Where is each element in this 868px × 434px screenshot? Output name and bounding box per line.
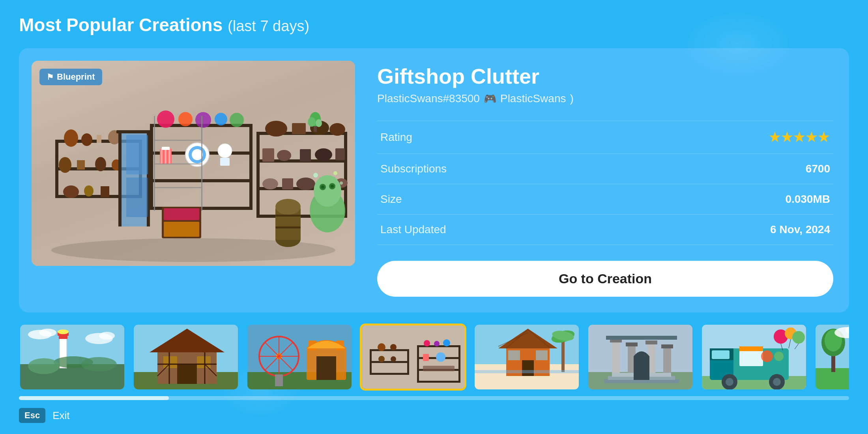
preview-area: ⚑ Blueprint xyxy=(32,61,355,266)
svg-point-188 xyxy=(774,352,784,361)
svg-rect-20 xyxy=(116,130,152,133)
svg-rect-172 xyxy=(645,340,657,344)
svg-rect-38 xyxy=(168,148,170,164)
blueprint-icon: ⚑ xyxy=(47,72,54,82)
thumbnail-2[interactable] xyxy=(133,324,239,391)
svg-point-32 xyxy=(215,113,227,125)
svg-rect-108 xyxy=(163,356,177,368)
svg-rect-36 xyxy=(161,148,163,164)
thumbnail-7[interactable] xyxy=(701,324,807,391)
title-subtitle: (last 7 days) xyxy=(228,18,309,34)
thumbnail-5[interactable] xyxy=(473,324,580,391)
svg-rect-158 xyxy=(508,350,520,360)
size-label: Size xyxy=(377,184,614,215)
svg-rect-132 xyxy=(370,349,372,375)
svg-point-14 xyxy=(63,185,79,198)
thumbnail-1[interactable] xyxy=(19,324,125,391)
scrollbar-track[interactable] xyxy=(19,396,849,400)
svg-point-31 xyxy=(195,112,211,128)
thumbnail-strip xyxy=(19,324,849,391)
svg-rect-173 xyxy=(661,344,673,348)
creation-title: Giftshop Clutter xyxy=(377,64,833,88)
svg-point-6 xyxy=(64,129,78,147)
svg-point-98 xyxy=(81,357,117,371)
thumbnail-section xyxy=(19,324,849,400)
svg-point-89 xyxy=(316,119,322,127)
subscriptions-row: Subscriptions 6700 xyxy=(377,154,833,184)
svg-point-192 xyxy=(773,378,781,386)
svg-point-74 xyxy=(275,199,301,215)
thumbnail-3[interactable] xyxy=(246,324,353,391)
svg-rect-147 xyxy=(423,354,429,361)
subscriptions-label: Subscriptions xyxy=(377,154,614,184)
svg-point-148 xyxy=(436,352,445,362)
blueprint-badge: ⚑ Blueprint xyxy=(39,69,102,85)
svg-point-145 xyxy=(434,341,440,346)
svg-rect-27 xyxy=(150,124,153,210)
svg-rect-138 xyxy=(417,345,419,383)
svg-rect-184 xyxy=(712,350,730,359)
footer: Esc Exit xyxy=(19,408,849,423)
rating-label: Rating xyxy=(377,121,614,154)
svg-point-141 xyxy=(390,344,397,350)
svg-point-84 xyxy=(333,171,337,175)
svg-rect-8 xyxy=(97,135,101,143)
svg-point-144 xyxy=(424,340,430,346)
svg-rect-107 xyxy=(177,364,197,384)
svg-point-15 xyxy=(84,185,94,196)
svg-rect-11 xyxy=(77,160,85,170)
svg-rect-37 xyxy=(165,148,166,164)
svg-rect-137 xyxy=(417,381,460,383)
svg-point-12 xyxy=(95,157,106,171)
thumbnail-4[interactable] xyxy=(360,324,466,391)
svg-point-69 xyxy=(296,178,315,190)
svg-point-140 xyxy=(378,343,385,351)
svg-rect-139 xyxy=(458,345,460,383)
svg-point-102 xyxy=(99,332,115,340)
svg-rect-123 xyxy=(275,374,283,386)
svg-point-85 xyxy=(340,181,343,185)
svg-point-146 xyxy=(443,339,450,346)
svg-rect-18 xyxy=(118,132,122,226)
svg-point-78 xyxy=(314,175,341,207)
svg-rect-157 xyxy=(522,360,534,376)
svg-point-33 xyxy=(230,113,244,127)
svg-rect-45 xyxy=(201,116,202,211)
svg-rect-163 xyxy=(475,370,580,373)
svg-rect-68 xyxy=(282,178,293,189)
svg-rect-125 xyxy=(316,356,336,380)
creator-handle: PlasticSwans xyxy=(500,92,566,105)
svg-rect-76 xyxy=(275,226,301,228)
svg-rect-185 xyxy=(739,350,763,366)
go-to-creation-button[interactable]: Go to Creation xyxy=(377,261,833,297)
svg-rect-174 xyxy=(606,336,677,340)
thumbnail-6[interactable] xyxy=(587,324,694,391)
svg-rect-48 xyxy=(154,187,201,188)
svg-rect-159 xyxy=(536,350,548,360)
stats-table: Rating ★★★★★ Subscriptions 6700 Size 0.0… xyxy=(377,121,833,245)
svg-rect-129 xyxy=(370,349,409,351)
svg-rect-46 xyxy=(154,140,201,141)
svg-point-82 xyxy=(331,185,334,188)
thumbnail-8[interactable] xyxy=(814,324,849,391)
svg-point-81 xyxy=(321,185,324,189)
size-row: Size 0.030MB xyxy=(377,184,833,215)
svg-rect-64 xyxy=(300,149,311,162)
page-title: Most Popular Creations (last 7 days) xyxy=(19,14,849,36)
svg-point-97 xyxy=(28,358,60,374)
svg-point-61 xyxy=(329,123,345,136)
svg-rect-50 xyxy=(164,208,199,220)
svg-point-29 xyxy=(157,110,174,128)
rating-stars: ★★★★★ xyxy=(769,130,830,144)
scrollbar-thumb xyxy=(19,396,169,400)
svg-point-41 xyxy=(192,149,203,160)
svg-point-190 xyxy=(726,378,733,386)
svg-rect-186 xyxy=(739,346,763,351)
size-value: 0.030MB xyxy=(614,184,833,215)
svg-rect-178 xyxy=(634,356,649,380)
svg-point-30 xyxy=(178,112,193,126)
title-main: Most Popular Creations xyxy=(19,15,223,35)
svg-point-100 xyxy=(39,329,56,337)
gamepad-icon: 🎮 xyxy=(484,93,496,105)
creator-line: PlasticSwans#83500 🎮 PlasticSwans ) xyxy=(377,92,833,105)
